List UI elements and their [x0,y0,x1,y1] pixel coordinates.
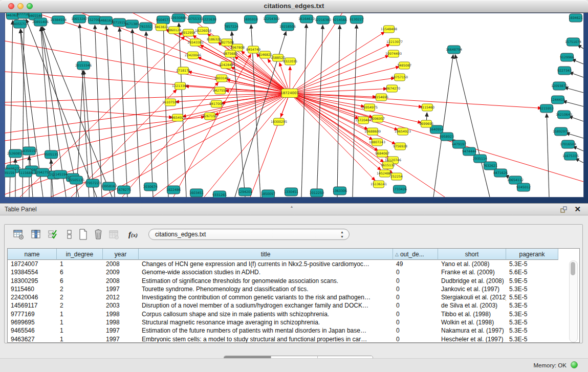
network-canvas[interactable]: 9463627977716994655461405571720891406193… [5,13,584,198]
column-header-year[interactable]: year [103,249,139,260]
network-node[interactable]: 7632621 [483,162,497,170]
network-node[interactable]: 19654923 [395,128,411,135]
panel-resize-grip[interactable]: ▴ [291,204,293,209]
network-node[interactable]: 1330451 [284,188,298,196]
network-node[interactable]: 9756928 [393,143,407,150]
table-selector-dropdown[interactable]: citations_edges.txt ▲▼ [148,229,350,240]
column-header-short[interactable]: short [438,249,506,260]
network-node[interactable]: 17957223 [84,179,101,187]
network-node[interactable]: 10688609 [364,128,381,135]
network-node[interactable]: 9684067 [375,150,389,157]
network-node[interactable]: 18807243 [369,139,385,146]
network-node[interactable]: 8427552 [213,87,227,94]
network-node[interactable]: 1694621 [569,14,583,22]
show-column-icon[interactable] [29,228,42,241]
column-header-indegree[interactable]: in_degree [57,249,103,260]
network-node[interactable]: 19218506 [279,23,296,31]
import-table-icon[interactable] [107,228,120,241]
network-node[interactable]: 761552 [140,23,153,31]
network-node[interactable]: 7857224 [224,23,238,31]
network-node[interactable]: 9245012 [516,183,531,191]
network-node[interactable]: 9146821 [258,51,272,58]
network-node[interactable]: 15136141 [371,181,387,188]
network-node[interactable]: 18359197 [21,147,37,155]
network-node[interactable]: 8912954 [181,29,195,36]
network-node[interactable]: 8860128 [167,27,181,34]
network-node[interactable]: 1294201 [238,188,252,196]
network-node[interactable]: 9827508 [220,39,234,46]
network-node[interactable]: 1221638 [202,15,216,24]
network-node[interactable]: 8215953 [539,104,554,113]
network-node[interactable]: 20891406 [32,18,49,26]
network-node[interactable]: 8267150 [203,113,217,120]
column-header-title[interactable]: title [139,249,393,260]
network-node[interactable]: 9671385 [125,20,139,28]
network-node[interactable]: 18757150 [391,74,408,81]
network-node[interactable]: 14055717 [12,20,28,28]
network-node[interactable]: 9474444 [462,147,476,156]
network-node[interactable]: 2935114 [473,155,487,163]
network-node[interactable]: 9505135 [44,150,58,159]
network-node[interactable]: 2012250 [310,189,324,197]
network-node[interactable]: 9331265 [212,191,227,198]
network-node[interactable]: 9214566 [333,16,347,24]
new-column-icon[interactable] [76,228,90,241]
table-row[interactable]: 946362711997Embryonic stem cells: a mode… [8,335,565,343]
network-node[interactable]: 1850097 [261,190,275,198]
network-node[interactable]: 10974493 [385,50,402,57]
network-node[interactable]: 18654925 [169,114,186,121]
function-builder-icon[interactable]: f(x) [126,228,140,241]
network-node[interactable]: 18724007 [280,89,299,98]
network-node[interactable]: 16648794 [446,46,462,54]
network-node[interactable]: 10653287 [71,15,88,23]
network-node[interactable]: 11675335 [562,152,579,160]
network-node[interactable]: 7485087 [397,62,411,69]
column-header-name[interactable]: name [8,249,57,260]
network-node[interactable]: 1115688 [18,169,33,177]
network-node[interactable]: 18300295 [271,118,287,125]
network-node[interactable]: 20153346 [75,61,92,70]
network-window-titlebar[interactable]: citations_edges.txt [0,0,588,13]
network-node[interactable]: 252254 [390,173,403,180]
network-node[interactable]: 1822486 [166,186,181,194]
network-node[interactable]: 6479197 [452,140,466,148]
table-row[interactable]: 1872400712008Changes of HCN gene express… [8,260,565,268]
network-node[interactable]: 15892971 [553,127,569,136]
scrollbar-thumb[interactable] [571,262,575,275]
table-mode-icon[interactable] [12,228,25,241]
network-node[interactable]: 16107552 [162,99,179,106]
network-node[interactable]: 12942757 [34,168,51,177]
network-node[interactable]: 8454749 [246,46,260,53]
network-node[interactable]: 12093872 [551,82,568,90]
network-node[interactable]: 8130227 [350,15,364,24]
clear-selection-icon[interactable] [63,228,76,241]
network-node[interactable]: 15751074 [565,38,581,46]
network-node[interactable]: 9504571 [156,16,170,24]
table-row[interactable]: 1938455462009Genome-wide association stu… [8,268,565,276]
network-node[interactable]: 12216380 [315,16,331,24]
network-node[interactable]: 9115460 [420,104,434,111]
network-node[interactable]: 12254309 [263,15,279,23]
network-node[interactable]: 17016504 [560,140,576,148]
network-node[interactable]: 18226058 [195,27,211,34]
network-node[interactable]: 13958167 [101,182,117,190]
network-node[interactable]: 19384554 [50,16,67,24]
network-node[interactable]: 8958923 [440,133,454,141]
network-node[interactable]: 39159 [5,169,16,177]
network-node[interactable]: 1603451 [189,189,204,197]
network-node[interactable]: 9875685 [223,50,237,57]
table-row[interactable]: 969969511998Structural magnetic resonanc… [8,318,565,326]
delete-column-icon[interactable] [92,228,105,241]
network-node[interactable]: 12213977 [386,38,403,46]
column-header-outde[interactable]: △out_de... [393,249,438,260]
table-row[interactable]: 2242004622012Investigating the contribut… [8,293,565,301]
select-all-icon[interactable] [46,228,59,241]
network-node[interactable]: 15505135 [68,176,84,184]
network-node[interactable]: 1615132 [381,162,395,169]
network-node[interactable]: 13930884 [170,14,187,22]
float-panel-icon[interactable] [560,206,568,213]
table-row[interactable]: 977716911998Corpus callosum shape and si… [8,310,565,318]
network-node[interactable]: 8322035 [283,58,297,65]
network-node[interactable]: 8096957 [371,115,385,122]
network-node[interactable]: 1145194 [53,170,68,179]
